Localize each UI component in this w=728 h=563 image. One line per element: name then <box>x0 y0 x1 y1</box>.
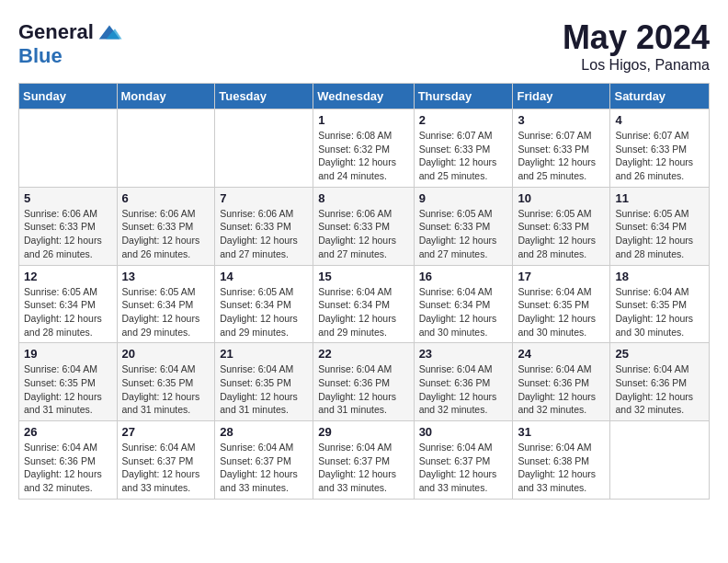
day-info: Sunrise: 6:07 AM Sunset: 6:33 PM Dayligh… <box>419 129 508 183</box>
day-number: 22 <box>318 347 408 361</box>
weekday-header: Friday <box>513 84 610 109</box>
calendar-cell: 21Sunrise: 6:04 AM Sunset: 6:35 PM Dayli… <box>215 343 313 421</box>
day-info: Sunrise: 6:04 AM Sunset: 6:35 PM Dayligh… <box>220 362 308 417</box>
calendar-cell: 1Sunrise: 6:08 AM Sunset: 6:32 PM Daylig… <box>313 109 414 188</box>
calendar-cell: 18Sunrise: 6:04 AM Sunset: 6:35 PM Dayli… <box>610 265 710 343</box>
day-number: 23 <box>419 347 508 361</box>
day-info: Sunrise: 6:04 AM Sunset: 6:34 PM Dayligh… <box>318 285 408 339</box>
calendar-cell: 24Sunrise: 6:04 AM Sunset: 6:36 PM Dayli… <box>513 343 610 421</box>
day-info: Sunrise: 6:04 AM Sunset: 6:35 PM Dayligh… <box>518 285 605 339</box>
calendar-cell: 29Sunrise: 6:04 AM Sunset: 6:37 PM Dayli… <box>313 421 414 500</box>
day-info: Sunrise: 6:05 AM Sunset: 6:34 PM Dayligh… <box>122 285 210 339</box>
day-number: 21 <box>220 347 308 361</box>
day-info: Sunrise: 6:04 AM Sunset: 6:37 PM Dayligh… <box>220 441 308 495</box>
calendar-cell <box>19 109 118 188</box>
day-info: Sunrise: 6:04 AM Sunset: 6:36 PM Dayligh… <box>518 362 605 417</box>
day-info: Sunrise: 6:04 AM Sunset: 6:35 PM Dayligh… <box>24 362 112 417</box>
calendar-cell: 31Sunrise: 6:04 AM Sunset: 6:38 PM Dayli… <box>513 421 610 500</box>
day-info: Sunrise: 6:04 AM Sunset: 6:35 PM Dayligh… <box>615 285 704 339</box>
day-number: 19 <box>24 347 112 361</box>
calendar-cell: 9Sunrise: 6:05 AM Sunset: 6:33 PM Daylig… <box>414 187 513 265</box>
calendar-cell: 28Sunrise: 6:04 AM Sunset: 6:37 PM Dayli… <box>215 421 313 500</box>
day-info: Sunrise: 6:05 AM Sunset: 6:33 PM Dayligh… <box>518 207 605 261</box>
day-number: 24 <box>518 347 605 361</box>
calendar-cell <box>610 421 710 500</box>
logo-text: General <box>18 22 94 42</box>
day-number: 8 <box>318 191 408 205</box>
calendar-cell: 2Sunrise: 6:07 AM Sunset: 6:33 PM Daylig… <box>414 109 513 188</box>
calendar-cell: 27Sunrise: 6:04 AM Sunset: 6:37 PM Dayli… <box>117 421 215 500</box>
location: Los Higos, Panama <box>563 57 710 74</box>
weekday-header: Thursday <box>414 84 513 109</box>
day-info: Sunrise: 6:06 AM Sunset: 6:33 PM Dayligh… <box>24 207 112 261</box>
day-info: Sunrise: 6:04 AM Sunset: 6:36 PM Dayligh… <box>615 362 704 417</box>
day-info: Sunrise: 6:04 AM Sunset: 6:34 PM Dayligh… <box>419 285 508 339</box>
day-number: 11 <box>615 191 704 205</box>
day-number: 3 <box>518 113 605 127</box>
day-info: Sunrise: 6:07 AM Sunset: 6:33 PM Dayligh… <box>615 129 704 183</box>
calendar-cell: 15Sunrise: 6:04 AM Sunset: 6:34 PM Dayli… <box>313 265 414 343</box>
day-number: 27 <box>122 425 210 439</box>
day-number: 12 <box>24 270 112 283</box>
day-number: 18 <box>615 270 704 283</box>
calendar-week-row: 5Sunrise: 6:06 AM Sunset: 6:33 PM Daylig… <box>19 187 710 265</box>
logo: General Blue <box>18 18 123 66</box>
calendar-table: SundayMondayTuesdayWednesdayThursdayFrid… <box>18 83 710 500</box>
calendar-cell: 14Sunrise: 6:05 AM Sunset: 6:34 PM Dayli… <box>215 265 313 343</box>
calendar-cell: 13Sunrise: 6:05 AM Sunset: 6:34 PM Dayli… <box>117 265 215 343</box>
day-info: Sunrise: 6:05 AM Sunset: 6:34 PM Dayligh… <box>220 285 308 339</box>
calendar-cell: 7Sunrise: 6:06 AM Sunset: 6:33 PM Daylig… <box>215 187 313 265</box>
calendar-cell: 23Sunrise: 6:04 AM Sunset: 6:36 PM Dayli… <box>414 343 513 421</box>
day-number: 6 <box>122 191 210 205</box>
day-number: 10 <box>518 191 605 205</box>
calendar-cell: 16Sunrise: 6:04 AM Sunset: 6:34 PM Dayli… <box>414 265 513 343</box>
day-info: Sunrise: 6:07 AM Sunset: 6:33 PM Dayligh… <box>518 129 605 183</box>
day-number: 5 <box>24 191 112 205</box>
day-info: Sunrise: 6:04 AM Sunset: 6:35 PM Dayligh… <box>122 362 210 417</box>
calendar-cell: 20Sunrise: 6:04 AM Sunset: 6:35 PM Dayli… <box>117 343 215 421</box>
day-number: 28 <box>220 425 308 439</box>
calendar-week-row: 26Sunrise: 6:04 AM Sunset: 6:36 PM Dayli… <box>19 421 710 500</box>
day-number: 14 <box>220 270 308 283</box>
day-info: Sunrise: 6:04 AM Sunset: 6:36 PM Dayligh… <box>24 441 112 495</box>
day-number: 2 <box>419 113 508 127</box>
calendar-cell: 5Sunrise: 6:06 AM Sunset: 6:33 PM Daylig… <box>19 187 118 265</box>
calendar-week-row: 1Sunrise: 6:08 AM Sunset: 6:32 PM Daylig… <box>19 109 710 188</box>
weekday-header: Monday <box>117 84 215 109</box>
logo-line2: Blue <box>18 46 123 66</box>
day-number: 31 <box>518 425 605 439</box>
header: General Blue May 2024 Los Higos, Panama <box>18 18 710 74</box>
day-info: Sunrise: 6:04 AM Sunset: 6:36 PM Dayligh… <box>419 362 508 417</box>
day-info: Sunrise: 6:06 AM Sunset: 6:33 PM Dayligh… <box>220 207 308 261</box>
calendar-cell: 30Sunrise: 6:04 AM Sunset: 6:37 PM Dayli… <box>414 421 513 500</box>
day-number: 7 <box>220 191 308 205</box>
day-number: 29 <box>318 425 408 439</box>
day-number: 25 <box>615 347 704 361</box>
title-area: May 2024 Los Higos, Panama <box>563 18 710 74</box>
day-number: 4 <box>615 113 704 127</box>
day-info: Sunrise: 6:04 AM Sunset: 6:36 PM Dayligh… <box>318 362 408 417</box>
day-number: 9 <box>419 191 508 205</box>
weekday-header: Tuesday <box>215 84 313 109</box>
day-info: Sunrise: 6:05 AM Sunset: 6:34 PM Dayligh… <box>615 207 704 261</box>
calendar-cell: 10Sunrise: 6:05 AM Sunset: 6:33 PM Dayli… <box>513 187 610 265</box>
day-number: 1 <box>318 113 408 127</box>
calendar-cell <box>117 109 215 188</box>
day-number: 30 <box>419 425 508 439</box>
day-number: 13 <box>122 270 210 283</box>
calendar-cell: 8Sunrise: 6:06 AM Sunset: 6:33 PM Daylig… <box>313 187 414 265</box>
day-number: 17 <box>518 270 605 283</box>
day-info: Sunrise: 6:06 AM Sunset: 6:33 PM Dayligh… <box>318 207 408 261</box>
calendar-week-row: 12Sunrise: 6:05 AM Sunset: 6:34 PM Dayli… <box>19 265 710 343</box>
day-info: Sunrise: 6:06 AM Sunset: 6:33 PM Dayligh… <box>122 207 210 261</box>
calendar-cell: 19Sunrise: 6:04 AM Sunset: 6:35 PM Dayli… <box>19 343 118 421</box>
calendar-cell: 22Sunrise: 6:04 AM Sunset: 6:36 PM Dayli… <box>313 343 414 421</box>
day-number: 20 <box>122 347 210 361</box>
day-info: Sunrise: 6:08 AM Sunset: 6:32 PM Dayligh… <box>318 129 408 183</box>
weekday-header: Sunday <box>19 84 118 109</box>
day-number: 26 <box>24 425 112 439</box>
day-info: Sunrise: 6:04 AM Sunset: 6:38 PM Dayligh… <box>518 441 605 495</box>
calendar-cell: 25Sunrise: 6:04 AM Sunset: 6:36 PM Dayli… <box>610 343 710 421</box>
day-info: Sunrise: 6:04 AM Sunset: 6:37 PM Dayligh… <box>419 441 508 495</box>
calendar-cell: 26Sunrise: 6:04 AM Sunset: 6:36 PM Dayli… <box>19 421 118 500</box>
